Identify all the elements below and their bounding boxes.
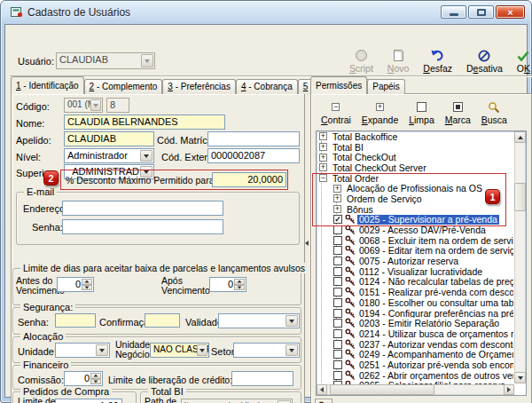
checkbox-unchecked[interactable] <box>333 288 342 296</box>
tree-item[interactable]: 0124 - Não recalcular tabelas de preços <box>317 277 513 288</box>
expand-toggle-icon[interactable]: + <box>319 132 327 140</box>
tree-item[interactable]: +Total Backoffice <box>317 131 513 142</box>
expand-toggle-icon[interactable]: + <box>319 163 327 171</box>
tab-1-identifica-o[interactable]: 1 - Identificação <box>11 76 84 94</box>
desativa-button[interactable]: Desativa <box>466 48 503 75</box>
expand-toggle-icon[interactable]: + <box>333 205 341 213</box>
close-button[interactable]: × <box>496 5 525 19</box>
tree-item[interactable]: −Total Order <box>317 173 513 184</box>
combo-dropdown-button[interactable] <box>197 344 207 356</box>
tree-item[interactable]: 0237 - Autorizar vendas com desconto aci… <box>317 339 513 350</box>
panel-splitter-arrow[interactable] <box>305 241 309 246</box>
validade-combobox[interactable] <box>218 313 300 328</box>
tree-item[interactable]: +Total BI <box>317 142 513 153</box>
limite-compra-field[interactable]: 1,00 <box>55 399 122 403</box>
tree-item[interactable]: 0075 - Autorizar reserva <box>317 256 513 266</box>
minimize-button[interactable] <box>441 5 466 19</box>
tree-item[interactable]: 0262 - Abrir orçamentos de outros vended… <box>317 370 513 381</box>
expand-toggle-icon[interactable]: + <box>333 185 341 193</box>
combo-dropdown-button[interactable] <box>141 54 153 67</box>
codigo-series-combobox[interactable]: 001 (M <box>64 98 103 113</box>
checkbox-unchecked[interactable] <box>333 350 342 359</box>
apos-vencimento-stepper[interactable]: 0 <box>209 277 246 292</box>
tree-item[interactable]: +Ordem de Serviço <box>317 194 513 204</box>
apelido-field[interactable]: CLAUDIAB <box>64 131 154 146</box>
externo-field[interactable]: 0000002087 <box>207 148 300 163</box>
script-button[interactable]: Script <box>349 48 373 75</box>
nome-field[interactable]: CLAUDIA BELRNANDES <box>64 115 225 130</box>
tree-item[interactable]: 0069 - Editar item na ordem de serviço <box>317 246 513 257</box>
checkbox-unchecked[interactable] <box>333 298 342 307</box>
matricula-field[interactable] <box>207 131 300 146</box>
desconto-field[interactable]: 20,0000 <box>212 172 286 187</box>
limpa-button[interactable]: Limpa <box>409 99 434 126</box>
tree-item[interactable]: 0180 - Escolher ou consultar uma tabela … <box>317 297 513 308</box>
ok-button[interactable]: OK <box>517 48 530 75</box>
scroll-down-button[interactable] <box>514 372 526 383</box>
vertical-scrollbar[interactable] <box>514 131 526 383</box>
spinner-buttons[interactable] <box>234 279 245 290</box>
tree-item[interactable]: +Total CheckOut Server <box>317 162 513 173</box>
expand-toggle-icon[interactable]: + <box>319 143 327 151</box>
checkbox-unchecked[interactable] <box>333 360 342 369</box>
tree-item[interactable]: ✓0025 - Supervisionar a pré-venda <box>317 215 513 225</box>
combo-dropdown-button[interactable] <box>96 344 108 356</box>
endereco-field[interactable] <box>62 201 223 216</box>
tree-item[interactable]: +Total CheckOut <box>317 152 513 162</box>
checkbox-unchecked[interactable] <box>333 236 342 245</box>
expand-toggle-icon[interactable]: + <box>333 194 341 202</box>
setor-combobox[interactable] <box>233 343 300 358</box>
checkbox-unchecked[interactable] <box>333 329 342 338</box>
comissao-stepper[interactable]: 0 <box>64 371 103 386</box>
tab-2-complemento[interactable]: 2 - Complemento <box>84 79 163 94</box>
collapse-toggle-icon[interactable]: − <box>319 174 327 182</box>
seguranca-senha-field[interactable] <box>55 313 96 328</box>
expande-button[interactable]: +Expande <box>362 99 398 126</box>
tree-item[interactable]: +Alocação de Profissionais na OS <box>317 183 513 194</box>
maximize-button[interactable] <box>468 5 494 19</box>
tree-item[interactable]: +Bônus <box>317 204 513 215</box>
scroll-right-button[interactable] <box>504 384 514 395</box>
marca-button[interactable]: Marca <box>445 99 471 126</box>
horizontal-scroll-thumb[interactable] <box>330 384 434 395</box>
novo-button[interactable]: Novo <box>387 48 410 75</box>
tab-3-prefer-ncias[interactable]: 3 - Preferências <box>162 79 236 94</box>
contrai-button[interactable]: −Contrai <box>321 99 351 126</box>
tree-item[interactable]: 0029 - Acesso DAV/Pré-Venda <box>317 225 513 235</box>
spin-down-button[interactable] <box>234 285 245 291</box>
tree-item[interactable]: 0194 - Configurar preferências na pré-ve… <box>317 308 513 319</box>
nivel-combobox[interactable]: Administrador <box>64 148 154 163</box>
email-senha-field[interactable] <box>62 219 223 234</box>
combo-dropdown-button[interactable] <box>90 99 101 111</box>
vertical-scroll-thumb[interactable] <box>514 183 526 211</box>
tree-item[interactable]: 0203 - Emitir Relatório Separação <box>317 318 513 328</box>
expand-toggle-icon[interactable]: + <box>319 154 327 162</box>
tree-item[interactable]: 0112 - Visualizar lucratividade <box>317 266 513 277</box>
combo-dropdown-button[interactable] <box>286 344 298 356</box>
scroll-left-button[interactable] <box>317 384 327 395</box>
tree-item[interactable]: 0068 - Excluir item na ordem de serviço <box>317 235 513 246</box>
tab-4-cobran-a[interactable]: 4 - Cobrança <box>236 79 298 94</box>
desfaz-button[interactable]: Desfaz <box>423 48 452 75</box>
checkbox-unchecked[interactable] <box>333 371 342 380</box>
codigo-number-field[interactable]: 8 <box>106 98 129 113</box>
spinner-buttons[interactable] <box>82 279 92 290</box>
checkbox-unchecked[interactable] <box>333 309 342 318</box>
scroll-up-button[interactable] <box>514 131 526 143</box>
checkbox-checked[interactable]: ✓ <box>333 215 342 224</box>
spinner-buttons[interactable] <box>90 373 101 384</box>
tree-item[interactable]: 0214 - Utilizar busca de orçamentos na p… <box>317 328 513 339</box>
unidade-negocios-combobox[interactable]: NAO CLASSIFI <box>150 343 209 358</box>
confirmacao-field[interactable] <box>145 313 180 328</box>
checkbox-unchecked[interactable] <box>333 257 342 265</box>
checkbox-unchecked[interactable] <box>333 277 342 286</box>
checkbox-unchecked[interactable] <box>333 340 342 349</box>
antes-vencimento-stepper[interactable]: 0 <box>57 277 94 292</box>
path-consultas-field[interactable]: \\10.0.0.200\publico\ARQUIVOS\ <box>181 399 293 403</box>
credito-field[interactable] <box>231 371 293 386</box>
tab-permiss-es[interactable]: Permissões <box>310 76 367 94</box>
unidade-combobox[interactable] <box>55 343 110 358</box>
checkbox-unchecked[interactable] <box>333 319 342 328</box>
combo-dropdown-button[interactable] <box>140 150 153 162</box>
spin-down-button[interactable] <box>82 285 92 291</box>
